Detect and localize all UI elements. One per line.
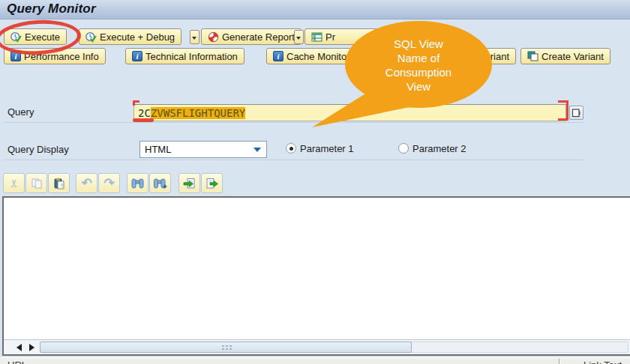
scrollbar-thumb[interactable] <box>40 342 412 353</box>
value-help-icon <box>572 108 581 118</box>
binoculars-plus-icon <box>154 178 167 189</box>
triangle-down-icon <box>192 37 196 42</box>
row-divider <box>3 160 584 160</box>
triangle-down-icon <box>296 37 301 42</box>
dropdown-arrow-icon <box>254 148 261 156</box>
parameter1-label[interactable]: Parameter 1 <box>300 143 354 154</box>
status-url-label: URL <box>8 360 27 364</box>
redo-icon: ↷ <box>104 175 114 191</box>
parameter2-radio[interactable] <box>398 143 409 154</box>
red-underline-annotation <box>133 118 154 122</box>
create-variant-button[interactable]: Create Variant <box>520 48 610 64</box>
execute-debug-button[interactable]: Execute + Debug <box>79 28 182 45</box>
execute-debug-clock-icon <box>86 31 97 43</box>
scroll-right-arrow[interactable] <box>29 344 38 351</box>
callout-line-2: Name of <box>398 52 441 64</box>
callout-line-4: View <box>406 80 430 93</box>
status-divider <box>559 359 560 364</box>
undo-button[interactable]: ↶ <box>76 173 98 193</box>
copy-icon <box>31 178 43 189</box>
technical-information-button[interactable]: i Technical Information <box>125 48 244 64</box>
horizontal-scrollbar[interactable] <box>4 339 630 354</box>
query-display-label: Query Display <box>8 144 69 155</box>
sap-query-monitor-screen: Query Monitor Execute Execute + Debug Ge… <box>0 0 630 364</box>
generate-report-button-label: Generate Report <box>222 31 295 43</box>
doc-arrow-in-icon <box>183 178 196 189</box>
red-bracket-annotation <box>558 100 568 121</box>
generate-report-menu-arrow[interactable] <box>294 30 304 44</box>
download-button[interactable] <box>201 173 223 193</box>
paste-button[interactable] <box>48 173 70 193</box>
status-right-label: Link Text <box>584 360 622 364</box>
status-bar: URL Link Text <box>0 357 630 364</box>
copy-button[interactable] <box>26 173 47 193</box>
query-display-value: HTML <box>145 144 171 155</box>
find-next-button[interactable] <box>149 173 171 193</box>
query-label: Query <box>8 106 34 118</box>
overlapping-squares-icon <box>527 51 538 61</box>
binoculars-icon <box>131 178 144 189</box>
execute-debug-menu-arrow[interactable] <box>190 30 200 44</box>
parameter2-label[interactable]: Parameter 2 <box>412 143 466 154</box>
page-title: Query Monitor <box>7 1 96 16</box>
technical-information-label: Technical Information <box>146 51 238 62</box>
callout-line-1: SQL View <box>394 37 443 50</box>
generate-ball-icon <box>208 31 219 43</box>
upload-button[interactable] <box>178 173 200 193</box>
query-prefix-text: 2C <box>138 107 151 119</box>
generate-report-button[interactable]: Generate Report <box>201 28 302 45</box>
find-button[interactable] <box>127 173 148 193</box>
paste-icon <box>53 178 65 189</box>
query-display-dropdown[interactable]: HTML <box>140 141 267 158</box>
query-selected-text: ZVWSFLIGHTQUERY <box>151 107 245 119</box>
scissors-icon: ✂ <box>8 178 20 188</box>
callout-balloon: SQL View Name of Consumption View <box>306 16 524 133</box>
red-corner-annotation <box>133 100 140 106</box>
undo-icon: ↶ <box>81 175 92 191</box>
execute-debug-button-label: Execute + Debug <box>100 31 175 43</box>
parameter1-radio[interactable] <box>286 143 296 154</box>
callout-bubble <box>345 21 492 108</box>
callout-line-3: Consumption <box>386 66 452 79</box>
scroll-left-arrow[interactable] <box>13 344 22 351</box>
create-variant-label: Create Variant <box>542 51 604 62</box>
redo-button[interactable]: ↷ <box>98 173 120 193</box>
value-help-button[interactable] <box>569 106 584 120</box>
scrollbar-grip-dots <box>221 345 232 351</box>
doc-arrow-out-icon <box>206 178 219 189</box>
cut-button[interactable]: ✂ <box>3 173 25 193</box>
info-icon: i <box>132 51 142 61</box>
info-icon: i <box>273 51 284 61</box>
output-text-area[interactable] <box>2 196 630 356</box>
